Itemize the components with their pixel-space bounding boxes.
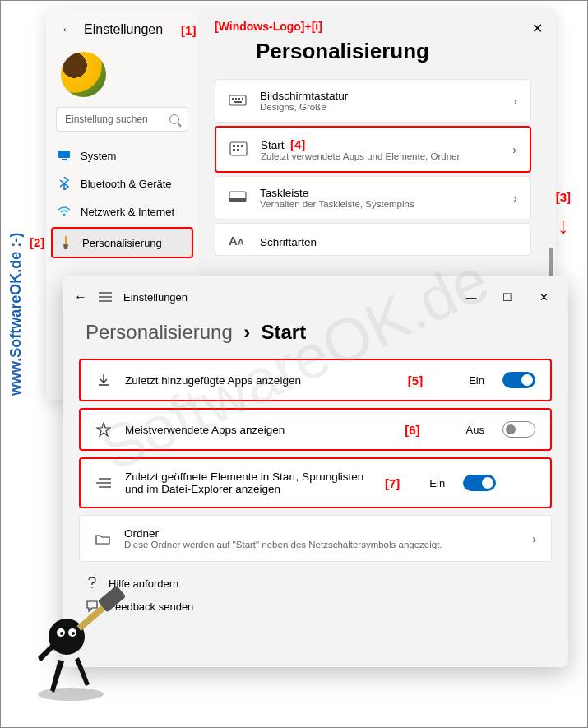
card-title: Start bbox=[261, 139, 285, 151]
card-schriftarten[interactable]: AA Schriftarten bbox=[215, 223, 531, 256]
svg-point-27 bbox=[60, 632, 63, 635]
breadcrumb-current: Start bbox=[261, 321, 306, 343]
card-list: BildschirmtastaturDesigns, Größe › Start… bbox=[215, 79, 531, 256]
bluetooth-icon bbox=[58, 177, 71, 190]
svg-rect-8 bbox=[242, 98, 243, 100]
row-sub: Diese Ordner werden auf "Start" neben de… bbox=[124, 540, 519, 549]
start-icon bbox=[229, 141, 248, 158]
svg-point-2 bbox=[63, 214, 66, 216]
page-title: Personalisierung bbox=[256, 39, 543, 64]
row-label: Zuletzt geöffnete Elemente in Start, Spr… bbox=[125, 471, 372, 495]
breadcrumb: Personalisierung › Start bbox=[63, 316, 568, 359]
card-start[interactable]: Start [4] Zuletzt verwendete Apps und El… bbox=[215, 126, 531, 173]
svg-rect-0 bbox=[58, 151, 70, 158]
chevron-right-icon: › bbox=[513, 95, 517, 108]
svg-rect-3 bbox=[65, 236, 67, 244]
row-ordner[interactable]: Ordner Diese Ordner werden auf "Start" n… bbox=[79, 515, 552, 562]
callout-1: [1] bbox=[181, 23, 196, 37]
mascot-icon bbox=[30, 579, 128, 702]
card-title: Bildschirmtastatur bbox=[260, 90, 500, 102]
toggle-recent-apps[interactable] bbox=[502, 372, 535, 388]
close-button[interactable]: ✕ bbox=[525, 285, 562, 309]
app-title: Einstellungen bbox=[84, 22, 163, 37]
card-taskleiste[interactable]: TaskleisteVerhalten der Taskleiste, Syst… bbox=[215, 176, 531, 220]
svg-point-24 bbox=[38, 688, 104, 701]
watermark-url: www.SoftwareOK.de :-) bbox=[7, 233, 25, 396]
maximize-button[interactable]: ☐ bbox=[489, 285, 525, 309]
svg-rect-14 bbox=[233, 149, 235, 151]
titlebar: ← Einstellungen — ☐ ✕ bbox=[63, 276, 568, 316]
svg-rect-13 bbox=[241, 145, 243, 147]
row-most-used: Meistverwendete Apps anzeigen [6] Aus bbox=[79, 408, 552, 451]
nav-label: System bbox=[81, 150, 116, 162]
app-title: Einstellungen bbox=[123, 291, 188, 304]
callout-7: [7] bbox=[385, 476, 400, 490]
nav-personalization[interactable]: Personalisierung bbox=[51, 227, 193, 258]
brush-icon bbox=[59, 236, 72, 249]
row-title: Ordner bbox=[124, 527, 519, 540]
feedback-link[interactable]: Feedback senden bbox=[86, 600, 545, 613]
callout-6: [6] bbox=[405, 423, 419, 437]
chevron-right-icon: › bbox=[512, 143, 516, 156]
card-title: Schriftarten bbox=[260, 236, 517, 248]
hotkey-hint: [Windows-Logo]+[i] bbox=[215, 20, 322, 33]
list-icon bbox=[95, 475, 112, 491]
svg-rect-5 bbox=[232, 98, 234, 100]
nav-label: Personalisierung bbox=[82, 237, 162, 249]
breadcrumb-parent[interactable]: Personalisierung bbox=[86, 321, 233, 343]
toggle-state: Ein bbox=[469, 374, 484, 387]
row-recent-items: Zuletzt geöffnete Elemente in Start, Spr… bbox=[79, 457, 552, 508]
chevron-right-icon: › bbox=[532, 532, 536, 545]
toggle-state: Aus bbox=[466, 424, 484, 436]
nav-bluetooth[interactable]: Bluetooth & Geräte bbox=[46, 169, 198, 197]
callout-4: [4] bbox=[290, 137, 305, 151]
card-sub: Verhalten der Taskleiste, Systempins bbox=[260, 199, 500, 209]
monitor-icon bbox=[58, 149, 71, 162]
star-icon bbox=[95, 421, 112, 438]
search-input[interactable]: Einstellung suchen bbox=[56, 107, 188, 132]
callout-5: [5] bbox=[408, 373, 423, 387]
callout-2: [2] bbox=[30, 235, 44, 249]
download-icon bbox=[95, 372, 112, 388]
keyboard-icon bbox=[229, 93, 247, 109]
fonts-icon: AA bbox=[229, 234, 247, 250]
chevron-right-icon: › bbox=[513, 192, 517, 205]
toggle-recent-items[interactable] bbox=[463, 475, 496, 491]
search-placeholder: Einstellung suchen bbox=[65, 114, 148, 125]
toggle-most-used[interactable] bbox=[502, 421, 535, 438]
breadcrumb-sep: › bbox=[243, 321, 250, 343]
nav-label: Bluetooth & Geräte bbox=[81, 178, 172, 190]
close-button[interactable]: ✕ bbox=[532, 21, 543, 36]
svg-rect-11 bbox=[233, 145, 235, 147]
row-label: Meistverwendete Apps anzeigen bbox=[125, 424, 391, 436]
footer-links: Hilfe anfordern Feedback senden bbox=[63, 562, 568, 628]
nav-system[interactable]: System bbox=[46, 141, 198, 169]
row-label: Zuletzt hinzugefügte Apps anzeigen bbox=[125, 374, 395, 387]
help-link[interactable]: Hilfe anfordern bbox=[86, 577, 545, 590]
card-title: Taskleiste bbox=[260, 187, 500, 199]
svg-point-29 bbox=[72, 632, 75, 635]
back-button[interactable]: ← bbox=[74, 290, 87, 304]
svg-rect-12 bbox=[237, 145, 239, 147]
svg-rect-1 bbox=[62, 159, 67, 160]
nav-network[interactable]: Netzwerk & Internet bbox=[46, 197, 198, 225]
card-sub: Zuletzt verwendete Apps und Elemente, Or… bbox=[261, 151, 499, 161]
user-avatar[interactable] bbox=[61, 52, 106, 97]
settings-list: Zuletzt hinzugefügte Apps anzeigen [5] E… bbox=[63, 359, 568, 562]
nav-list: System Bluetooth & Geräte Netzwerk & Int… bbox=[46, 141, 198, 258]
card-sub: Designs, Größe bbox=[260, 102, 500, 112]
callout-3: [3] bbox=[556, 190, 571, 204]
folder-icon bbox=[95, 531, 111, 547]
svg-rect-6 bbox=[235, 98, 237, 100]
search-icon bbox=[169, 114, 179, 124]
card-bildschirmtastatur[interactable]: BildschirmtastaturDesigns, Größe › bbox=[215, 79, 531, 123]
arrow-down-icon: ↓ bbox=[558, 213, 569, 239]
nav-label: Netzwerk & Internet bbox=[81, 206, 174, 218]
toggle-state: Ein bbox=[429, 477, 445, 489]
menu-icon[interactable] bbox=[99, 292, 112, 302]
minimize-button[interactable]: — bbox=[453, 285, 489, 309]
taskbar-icon bbox=[229, 190, 247, 206]
settings-window-start: ← Einstellungen — ☐ ✕ Personalisierung ›… bbox=[63, 276, 568, 667]
svg-rect-17 bbox=[229, 198, 246, 202]
back-button[interactable]: ← bbox=[61, 22, 74, 37]
